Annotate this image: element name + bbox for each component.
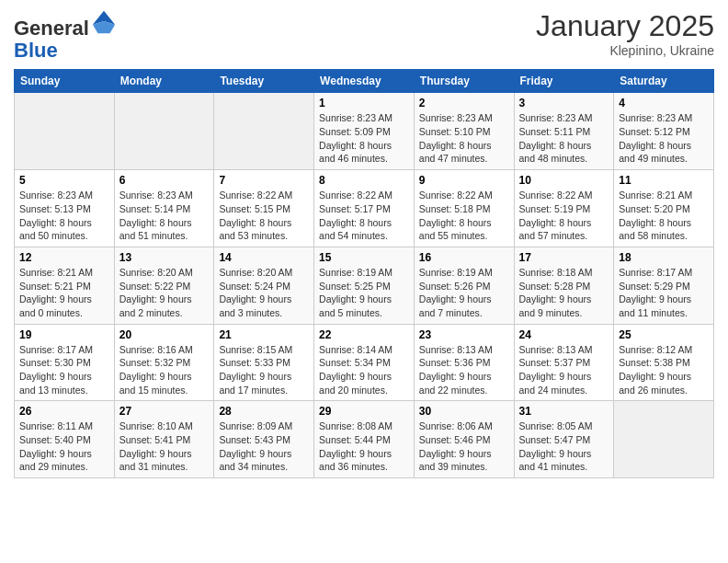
day-info: Sunrise: 8:23 AMSunset: 5:14 PMDaylight:…: [119, 189, 210, 243]
day-info: Sunrise: 8:21 AMSunset: 5:21 PMDaylight:…: [19, 266, 109, 320]
day-info: Sunrise: 8:05 AMSunset: 5:47 PMDaylight:…: [519, 419, 609, 474]
day-info: Sunrise: 8:22 AMSunset: 5:17 PMDaylight:…: [319, 189, 409, 243]
day-info: Sunrise: 8:16 AMSunset: 5:32 PMDaylight:…: [119, 343, 210, 397]
day-info: Sunrise: 8:23 AMSunset: 5:11 PMDaylight:…: [519, 111, 609, 166]
calendar-table: SundayMondayTuesdayWednesdayThursdayFrid…: [14, 69, 714, 478]
logo-blue: Blue: [14, 39, 58, 62]
day-number: 15: [319, 251, 409, 264]
day-info: Sunrise: 8:20 AMSunset: 5:24 PMDaylight:…: [219, 266, 309, 320]
day-info: Sunrise: 8:19 AMSunset: 5:25 PMDaylight:…: [319, 266, 409, 320]
calendar-cell: 20Sunrise: 8:16 AMSunset: 5:32 PMDayligh…: [114, 324, 214, 401]
day-number: 25: [619, 328, 709, 341]
logo-icon: [91, 9, 117, 35]
calendar-week-0: 1Sunrise: 8:23 AMSunset: 5:09 PMDaylight…: [15, 93, 714, 170]
day-info: Sunrise: 8:09 AMSunset: 5:43 PMDaylight:…: [219, 419, 309, 474]
day-info: Sunrise: 8:14 AMSunset: 5:34 PMDaylight:…: [319, 343, 409, 397]
day-info: Sunrise: 8:11 AMSunset: 5:40 PMDaylight:…: [19, 419, 109, 474]
day-number: 8: [319, 174, 409, 187]
day-number: 5: [19, 174, 109, 187]
day-number: 23: [419, 328, 509, 341]
calendar-cell: 13Sunrise: 8:20 AMSunset: 5:22 PMDayligh…: [114, 247, 214, 324]
calendar-cell: 7Sunrise: 8:22 AMSunset: 5:15 PMDaylight…: [214, 170, 314, 247]
day-info: Sunrise: 8:18 AMSunset: 5:28 PMDaylight:…: [519, 266, 609, 320]
day-number: 26: [19, 405, 109, 418]
calendar-cell: 17Sunrise: 8:18 AMSunset: 5:28 PMDayligh…: [514, 247, 614, 324]
day-number: 19: [19, 328, 109, 341]
day-number: 20: [119, 328, 210, 341]
day-number: 7: [219, 174, 309, 187]
location-subtitle: Klepinino, Ukraine: [536, 43, 714, 58]
day-info: Sunrise: 8:17 AMSunset: 5:29 PMDaylight:…: [619, 266, 709, 320]
day-info: Sunrise: 8:15 AMSunset: 5:33 PMDaylight:…: [219, 343, 309, 397]
calendar-cell: 28Sunrise: 8:09 AMSunset: 5:43 PMDayligh…: [214, 401, 314, 478]
calendar-cell: 31Sunrise: 8:05 AMSunset: 5:47 PMDayligh…: [514, 401, 614, 478]
calendar-cell: 27Sunrise: 8:10 AMSunset: 5:41 PMDayligh…: [114, 401, 214, 478]
weekday-header-tuesday: Tuesday: [214, 70, 314, 93]
calendar-cell: 14Sunrise: 8:20 AMSunset: 5:24 PMDayligh…: [214, 247, 314, 324]
weekday-header-thursday: Thursday: [414, 70, 514, 93]
calendar-cell: [114, 93, 214, 170]
calendar-cell: 22Sunrise: 8:14 AMSunset: 5:34 PMDayligh…: [314, 324, 415, 401]
page: General Blue January 2025 Klepinino, Ukr…: [0, 0, 728, 563]
calendar-cell: 18Sunrise: 8:17 AMSunset: 5:29 PMDayligh…: [614, 247, 714, 324]
day-number: 13: [119, 251, 210, 264]
day-number: 10: [519, 174, 609, 187]
day-number: 9: [419, 174, 509, 187]
day-number: 31: [519, 405, 609, 418]
day-info: Sunrise: 8:13 AMSunset: 5:37 PMDaylight:…: [519, 343, 609, 397]
calendar-cell: 4Sunrise: 8:23 AMSunset: 5:12 PMDaylight…: [614, 93, 714, 170]
calendar-cell: 8Sunrise: 8:22 AMSunset: 5:17 PMDaylight…: [314, 170, 415, 247]
day-number: 22: [319, 328, 409, 341]
month-title: January 2025: [536, 9, 714, 43]
calendar-cell: 26Sunrise: 8:11 AMSunset: 5:40 PMDayligh…: [15, 401, 115, 478]
day-number: 30: [419, 405, 509, 418]
day-info: Sunrise: 8:23 AMSunset: 5:13 PMDaylight:…: [19, 189, 109, 243]
day-info: Sunrise: 8:20 AMSunset: 5:22 PMDaylight:…: [119, 266, 210, 320]
title-block: January 2025 Klepinino, Ukraine: [536, 9, 714, 58]
day-number: 3: [519, 97, 609, 109]
day-number: 29: [319, 405, 409, 418]
calendar-week-3: 19Sunrise: 8:17 AMSunset: 5:30 PMDayligh…: [15, 324, 714, 401]
calendar-cell: 5Sunrise: 8:23 AMSunset: 5:13 PMDaylight…: [15, 170, 115, 247]
logo: General Blue: [14, 9, 117, 62]
day-number: 24: [519, 328, 609, 341]
day-info: Sunrise: 8:21 AMSunset: 5:20 PMDaylight:…: [619, 189, 709, 243]
calendar-cell: 12Sunrise: 8:21 AMSunset: 5:21 PMDayligh…: [15, 247, 115, 324]
day-info: Sunrise: 8:12 AMSunset: 5:38 PMDaylight:…: [619, 343, 709, 397]
calendar-cell: 3Sunrise: 8:23 AMSunset: 5:11 PMDaylight…: [514, 93, 614, 170]
day-info: Sunrise: 8:23 AMSunset: 5:12 PMDaylight:…: [619, 111, 709, 166]
day-number: 11: [619, 174, 709, 187]
day-info: Sunrise: 8:08 AMSunset: 5:44 PMDaylight:…: [319, 419, 409, 474]
day-number: 28: [219, 405, 309, 418]
calendar-cell: 24Sunrise: 8:13 AMSunset: 5:37 PMDayligh…: [514, 324, 614, 401]
calendar-week-2: 12Sunrise: 8:21 AMSunset: 5:21 PMDayligh…: [15, 247, 714, 324]
weekday-header-monday: Monday: [114, 70, 214, 93]
day-number: 16: [419, 251, 509, 264]
weekday-header-saturday: Saturday: [614, 70, 714, 93]
calendar-cell: 19Sunrise: 8:17 AMSunset: 5:30 PMDayligh…: [15, 324, 115, 401]
day-number: 27: [119, 405, 210, 418]
weekday-header-sunday: Sunday: [15, 70, 115, 93]
day-info: Sunrise: 8:22 AMSunset: 5:18 PMDaylight:…: [419, 189, 509, 243]
day-info: Sunrise: 8:23 AMSunset: 5:10 PMDaylight:…: [419, 111, 509, 166]
weekday-header-row: SundayMondayTuesdayWednesdayThursdayFrid…: [15, 70, 714, 93]
calendar-cell: 1Sunrise: 8:23 AMSunset: 5:09 PMDaylight…: [314, 93, 415, 170]
calendar-cell: 6Sunrise: 8:23 AMSunset: 5:14 PMDaylight…: [114, 170, 214, 247]
header: General Blue January 2025 Klepinino, Ukr…: [14, 9, 714, 62]
calendar-week-1: 5Sunrise: 8:23 AMSunset: 5:13 PMDaylight…: [15, 170, 714, 247]
day-info: Sunrise: 8:17 AMSunset: 5:30 PMDaylight:…: [19, 343, 109, 397]
day-number: 18: [619, 251, 709, 264]
day-info: Sunrise: 8:22 AMSunset: 5:19 PMDaylight:…: [519, 189, 609, 243]
day-info: Sunrise: 8:10 AMSunset: 5:41 PMDaylight:…: [119, 419, 210, 474]
day-info: Sunrise: 8:23 AMSunset: 5:09 PMDaylight:…: [319, 111, 409, 166]
calendar-cell: 29Sunrise: 8:08 AMSunset: 5:44 PMDayligh…: [314, 401, 415, 478]
calendar-cell: 15Sunrise: 8:19 AMSunset: 5:25 PMDayligh…: [314, 247, 415, 324]
day-info: Sunrise: 8:22 AMSunset: 5:15 PMDaylight:…: [219, 189, 309, 243]
calendar-cell: [214, 93, 314, 170]
day-number: 14: [219, 251, 309, 264]
calendar-cell: 30Sunrise: 8:06 AMSunset: 5:46 PMDayligh…: [414, 401, 514, 478]
weekday-header-friday: Friday: [514, 70, 614, 93]
day-number: 2: [419, 97, 509, 109]
calendar-cell: 9Sunrise: 8:22 AMSunset: 5:18 PMDaylight…: [414, 170, 514, 247]
calendar-cell: 16Sunrise: 8:19 AMSunset: 5:26 PMDayligh…: [414, 247, 514, 324]
